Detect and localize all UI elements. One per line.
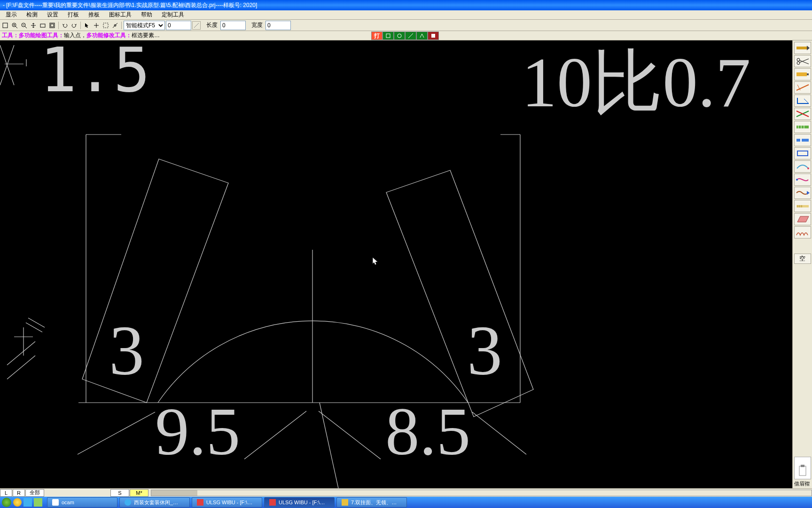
svg-line-34 bbox=[78, 412, 155, 454]
zoom-out-icon[interactable] bbox=[20, 21, 28, 30]
tool-gather-icon[interactable] bbox=[794, 226, 811, 238]
svg-line-45 bbox=[26, 323, 42, 332]
svg-marker-75 bbox=[797, 216, 809, 222]
menu-detect[interactable]: 检测 bbox=[22, 10, 42, 20]
snap-icon[interactable] bbox=[111, 21, 119, 30]
size-track[interactable] bbox=[151, 490, 812, 496]
task-ocam[interactable]: ocam bbox=[47, 497, 117, 508]
lock-toggle[interactable] bbox=[192, 21, 201, 30]
svg-line-41 bbox=[7, 341, 35, 365]
hint-tool2: 多功能修改工具： bbox=[86, 32, 132, 40]
menu-bar: 显示 检测 设置 打板 推板 图标工具 帮助 定制工具 bbox=[0, 10, 812, 20]
start-button[interactable] bbox=[2, 498, 11, 507]
select-rect-icon[interactable] bbox=[102, 21, 110, 30]
pointer-icon[interactable] bbox=[83, 21, 91, 30]
svg-line-46 bbox=[28, 318, 45, 327]
svg-rect-18 bbox=[386, 34, 390, 38]
tool-text-kong[interactable]: 空 bbox=[794, 254, 811, 264]
tool-tape-icon[interactable] bbox=[794, 200, 811, 212]
task-app2[interactable]: ULSG WIBU - [F:\… bbox=[192, 497, 262, 508]
size-M-active[interactable]: M* bbox=[130, 489, 148, 497]
svg-marker-29 bbox=[386, 170, 533, 417]
svg-text:8.5: 8.5 bbox=[385, 394, 470, 469]
width-label: 宽度 bbox=[247, 21, 265, 29]
svg-marker-49 bbox=[807, 46, 810, 50]
tool-ruler-icon[interactable] bbox=[794, 134, 811, 146]
toolbar: 智能模式F5 长度 宽度 bbox=[0, 20, 812, 31]
mode-button-group: 打 bbox=[371, 32, 439, 40]
hint-bar: 工具：多功能绘图工具： 输入点， 多功能修改工具： 框选要素… 打 bbox=[0, 31, 812, 40]
svg-rect-55 bbox=[807, 73, 809, 75]
menu-grade[interactable]: 推板 bbox=[84, 10, 104, 20]
view-icon[interactable] bbox=[39, 21, 47, 30]
svg-rect-76 bbox=[799, 466, 806, 476]
hint-action1: 输入点， bbox=[64, 32, 86, 40]
tool-wave-icon[interactable] bbox=[794, 187, 811, 199]
mode-select[interactable]: 智能模式F5 bbox=[124, 21, 165, 30]
tool-curve-icon[interactable] bbox=[794, 160, 811, 173]
menu-icontools[interactable]: 图标工具 bbox=[104, 10, 136, 20]
tool-pencil-icon[interactable] bbox=[794, 42, 811, 54]
mode-da[interactable]: 打 bbox=[371, 32, 383, 40]
tool-corner-icon[interactable] bbox=[794, 95, 811, 107]
tool-notch-icon[interactable] bbox=[794, 68, 811, 80]
browser-icon bbox=[125, 499, 131, 506]
taskbar: ocam 西装女套装休闲_… ULSG WIBU - [F:\… ULSG WI… bbox=[0, 497, 812, 508]
tool-perpend-icon[interactable] bbox=[794, 81, 811, 94]
svg-rect-12 bbox=[51, 24, 54, 27]
svg-point-51 bbox=[797, 62, 800, 64]
zoom-home-icon[interactable] bbox=[1, 21, 9, 30]
pan-icon[interactable] bbox=[29, 21, 38, 30]
length-label: 长度 bbox=[202, 21, 219, 29]
tool-measure-icon[interactable] bbox=[794, 121, 811, 133]
menu-settings[interactable]: 设置 bbox=[42, 10, 63, 20]
width-input[interactable] bbox=[265, 21, 291, 30]
svg-line-35 bbox=[472, 412, 526, 454]
quick-launch-2-icon[interactable] bbox=[23, 498, 32, 507]
fit-icon[interactable] bbox=[48, 21, 56, 30]
size-all[interactable]: 全部 bbox=[25, 489, 44, 497]
redo-icon[interactable] bbox=[70, 21, 78, 30]
svg-point-50 bbox=[797, 58, 800, 61]
quick-launch-1-icon[interactable] bbox=[13, 498, 22, 507]
svg-point-68 bbox=[807, 167, 809, 169]
svg-marker-70 bbox=[807, 191, 810, 195]
task-app3-active[interactable]: ULSG WIBU - [F:\… bbox=[264, 497, 335, 508]
menu-custom[interactable]: 定制工具 bbox=[157, 10, 189, 20]
task-folder[interactable]: 7.双挂面、无领、… bbox=[336, 497, 407, 508]
select-move-icon[interactable] bbox=[92, 21, 101, 30]
svg-text:3: 3 bbox=[109, 311, 144, 389]
menu-pattern[interactable]: 打板 bbox=[63, 10, 84, 20]
svg-text:9.5: 9.5 bbox=[155, 394, 240, 469]
svg-text:3: 3 bbox=[467, 311, 502, 389]
tool-spline-icon[interactable] bbox=[794, 174, 811, 186]
svg-rect-10 bbox=[40, 24, 45, 27]
tool-eraser-icon[interactable] bbox=[794, 213, 811, 225]
menu-display[interactable]: 显示 bbox=[1, 10, 22, 20]
mode-btn-4[interactable] bbox=[416, 32, 428, 40]
mode-btn-2[interactable] bbox=[394, 32, 405, 40]
task-browser[interactable]: 西装女套装休闲_… bbox=[119, 497, 190, 508]
mode-value-input[interactable] bbox=[166, 21, 191, 30]
tool-scissors-icon[interactable] bbox=[794, 55, 811, 67]
drawing-canvas[interactable]: 1.5 10比0.7 3 3 9.5 8.5 bbox=[0, 40, 792, 488]
menu-help[interactable]: 帮助 bbox=[136, 10, 157, 20]
window-title: - [F:\F盘文件----重要\我的重要文件\服装生涯内部书\1.实战原型.篇… bbox=[3, 1, 257, 9]
length-input[interactable] bbox=[220, 21, 246, 30]
svg-rect-66 bbox=[800, 139, 802, 142]
tool-rect-icon[interactable] bbox=[794, 147, 811, 159]
size-L[interactable]: L bbox=[0, 489, 12, 497]
svg-line-17 bbox=[194, 23, 199, 28]
mode-btn-3[interactable] bbox=[405, 32, 416, 40]
zoom-in-icon[interactable] bbox=[10, 21, 19, 30]
svg-text:10比0.7: 10比0.7 bbox=[522, 43, 751, 121]
quick-launch-3-icon[interactable] bbox=[34, 498, 42, 507]
undo-icon[interactable] bbox=[61, 21, 69, 30]
svg-rect-65 bbox=[796, 139, 809, 142]
mode-btn-5[interactable] bbox=[428, 32, 439, 40]
mode-btn-1[interactable] bbox=[383, 32, 394, 40]
size-S[interactable]: S bbox=[110, 489, 129, 497]
size-R[interactable]: R bbox=[13, 489, 25, 497]
tool-intersect-icon[interactable] bbox=[794, 108, 811, 120]
svg-line-37 bbox=[244, 411, 306, 459]
